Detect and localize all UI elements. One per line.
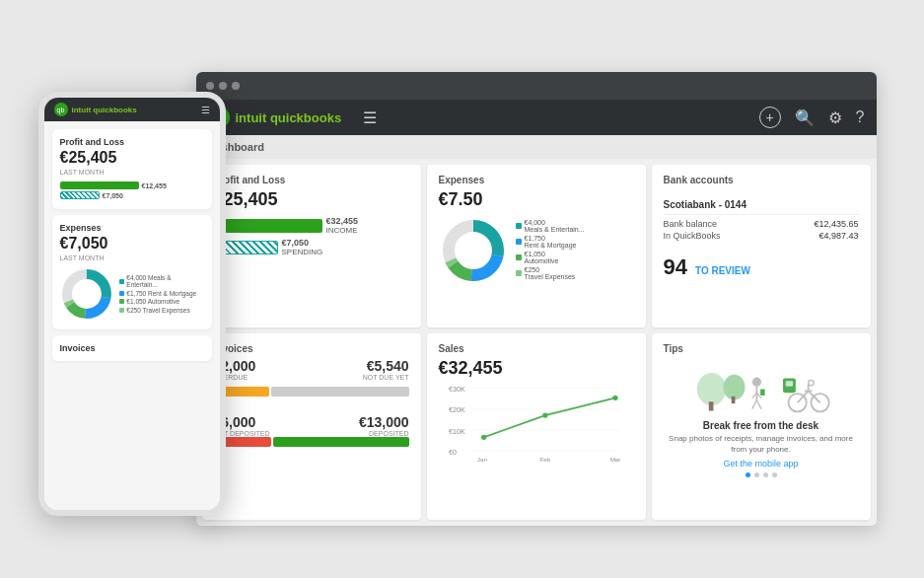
tips-illustration	[664, 362, 859, 416]
bank-name: Scotiabank - 0144	[664, 199, 859, 215]
phone-income-label: €12,455	[142, 182, 167, 189]
svg-rect-39	[785, 381, 792, 387]
in-qb-row: In QuickBooks €4,987.43	[664, 231, 859, 241]
in-qb-label: In QuickBooks	[664, 231, 721, 241]
phone-spending-label: €7,050	[103, 192, 123, 199]
sales-chart: €30K €20K €10K €0	[439, 385, 634, 468]
svg-text:Jan: Jan	[476, 456, 487, 463]
svg-line-28	[751, 400, 756, 409]
sales-card: Sales €32,455 €30K €20K €10K €0	[427, 333, 646, 520]
invoices-title: Invoices	[214, 343, 409, 354]
not-due-bar	[271, 387, 409, 397]
svg-point-45	[74, 282, 98, 306]
tips-link[interactable]: Get the mobile app	[723, 459, 798, 469]
svg-point-20	[696, 373, 725, 405]
phone-menu-icon[interactable]: ☰	[201, 105, 210, 115]
svg-text:Feb: Feb	[539, 456, 550, 463]
svg-text:€30K: €30K	[449, 386, 465, 394]
tips-title: Tips	[664, 343, 859, 354]
tips-body: Snap photos of receipts, manage invoices…	[664, 434, 859, 455]
profit-loss-card: Profit and Loss €25,405 €32,455 INCOME	[202, 165, 421, 327]
qb-logo: qb intuit quickbooks ☰	[208, 107, 378, 128]
legend-item-1: €4,000Meals & Entertain...	[516, 219, 585, 233]
qb-nav: qb intuit quickbooks ☰ + 🔍 ⚙ ?	[196, 100, 877, 135]
phone-donut-legend: €4,000 Meals & Entertain... €1,750 Rent …	[119, 274, 203, 315]
income-bar-row: €32,455 INCOME	[214, 216, 409, 235]
tips-dots	[746, 472, 777, 477]
tips-heading: Break free from the desk	[703, 420, 818, 431]
phone-logo-text: intuit quickbooks	[72, 106, 137, 114]
donut-legend: €4,000Meals & Entertain... €1,750Rent & …	[516, 219, 585, 282]
scene: qb intuit quickbooks ☰ + 🔍 ⚙ ? Dashboard…	[38, 33, 887, 545]
browser-dot-1	[206, 82, 214, 90]
deposited-bar	[273, 437, 408, 447]
expenses-value: €7.50	[439, 189, 634, 210]
donut-svg	[439, 216, 508, 285]
search-icon[interactable]: 🔍	[795, 108, 815, 127]
invoices-card: Invoices €2,000 OVERDUE €5,540 NOT DUE Y…	[202, 333, 421, 520]
review-label[interactable]: TO REVIEW	[695, 265, 750, 276]
phone-profit-loss-card: Profit and Loss €25,405 LAST MONTH €12,4…	[52, 129, 212, 209]
tip-dot-1[interactable]	[746, 472, 750, 477]
add-icon[interactable]: +	[759, 107, 781, 128]
svg-rect-23	[731, 397, 735, 403]
expenses-title: Expenses	[439, 175, 634, 185]
browser-dot-3	[232, 82, 240, 90]
legend-item-4: €250Travel Expenses	[516, 266, 585, 280]
browser-titlebar	[196, 72, 877, 100]
phone-exp-value: €7,050	[60, 235, 204, 253]
phone-pl-sub: LAST MONTH	[60, 169, 204, 176]
bank-accounts-title: Bank accounts	[664, 175, 859, 185]
phone-donut-svg	[60, 267, 114, 322]
tip-dot-2[interactable]	[754, 472, 759, 477]
phone-inv-title: Invoices	[60, 343, 204, 353]
tips-card: Tips	[652, 333, 871, 520]
phone-legend-3: €1,050 Automotive	[119, 298, 203, 305]
svg-point-22	[723, 375, 745, 400]
phone-legend-4: €250 Travel Expenses	[119, 307, 203, 314]
bank-balance-label: Bank balance	[664, 219, 718, 229]
qb-content: Dashboard Profit and Loss €25,405 €32,45…	[196, 135, 877, 526]
help-icon[interactable]: ?	[856, 108, 865, 126]
phone-content: Profit and Loss €25,405 LAST MONTH €12,4…	[44, 121, 220, 510]
qb-logo-text: intuit quickbooks	[236, 110, 342, 125]
profit-loss-title: Profit and Loss	[214, 175, 409, 185]
profit-loss-bars: €32,455 INCOME €7,050 SPENDING	[214, 216, 409, 256]
not-due-box: €5,540 NOT DUE YET	[363, 358, 409, 381]
phone-income-bar-row: €12,455	[60, 181, 204, 189]
svg-rect-21	[708, 401, 713, 410]
phone-pl-title: Profit and Loss	[60, 137, 204, 147]
expenses-content: €4,000Meals & Entertain... €1,750Rent & …	[439, 216, 634, 285]
svg-line-34	[808, 391, 819, 402]
browser-window: qb intuit quickbooks ☰ + 🔍 ⚙ ? Dashboard…	[196, 72, 877, 526]
dashboard-label: Dashboard	[196, 135, 877, 159]
invoice-bottom: €6,000 NOT DEPOSITED €13,000 DEPOSITED	[214, 414, 409, 437]
sales-value: €32,455	[439, 358, 634, 379]
legend-item-3: €1,050Automotive	[516, 251, 585, 264]
dashboard-grid: Profit and Loss €25,405 €32,455 INCOME	[196, 159, 877, 526]
phone-exp-title: Expenses	[60, 223, 204, 233]
phone-income-bar	[60, 181, 139, 189]
svg-rect-30	[760, 390, 765, 396]
phone-spending-bar-row: €7,050	[60, 191, 204, 199]
legend-item-2: €1,750Rent & Mortgage	[516, 235, 585, 249]
tip-dot-3[interactable]	[763, 472, 768, 477]
phone-status-bar: qb intuit quickbooks ☰	[44, 98, 220, 121]
not-due-amount: €5,540	[363, 358, 409, 374]
tips-content: Break free from the desk Snap photos of …	[664, 358, 859, 477]
bank-accounts-card: Bank accounts Scotiabank - 0144 Bank bal…	[652, 165, 871, 327]
hamburger-icon[interactable]: ☰	[363, 108, 377, 127]
phone-spending-bar	[60, 191, 100, 199]
svg-text:Mar: Mar	[609, 456, 620, 463]
bank-balance-value: €12,435.65	[814, 219, 858, 229]
phone-expenses-card: Expenses €7,050 LAST MONTH	[52, 215, 212, 329]
svg-point-37	[808, 380, 814, 386]
tip-dot-4[interactable]	[772, 472, 777, 477]
phone-expenses-content: €4,000 Meals & Entertain... €1,750 Rent …	[60, 267, 204, 322]
svg-point-15	[542, 413, 547, 418]
settings-icon[interactable]: ⚙	[828, 108, 842, 127]
income-label: €32,455 INCOME	[326, 216, 359, 235]
phone-logo-icon: qb	[54, 103, 68, 116]
deposited-label: DEPOSITED	[359, 430, 409, 437]
phone: qb intuit quickbooks ☰ Profit and Loss €…	[38, 92, 226, 516]
